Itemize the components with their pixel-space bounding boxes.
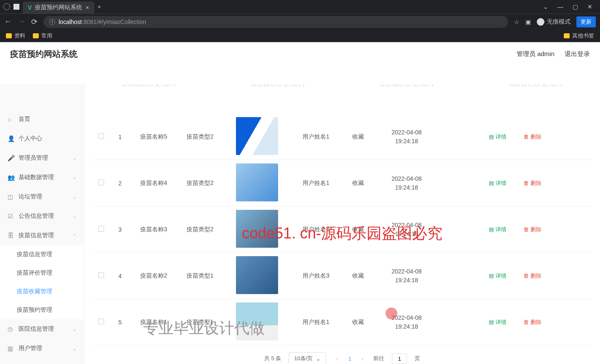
delete-button[interactable]: 🗑删除 [523,272,541,280]
vaccine-image[interactable] [236,163,278,201]
crop-icon: ◫ [8,193,14,200]
sidebar-subitem-1[interactable]: 疫苗评价管理 [0,264,84,282]
page-number[interactable]: 1 [348,356,351,362]
row-checkbox[interactable] [98,226,104,232]
sidebar-subitem-2[interactable]: 疫苗收藏管理 [0,282,84,301]
user-icon: 👤 [8,135,14,142]
logout-link[interactable]: 退出登录 [565,50,590,58]
sidebar-item-label: 医院信息管理 [19,325,54,333]
minimize-icon[interactable]: — [557,3,563,10]
back-button[interactable]: ← [4,17,12,26]
goto-page-input[interactable] [392,353,407,364]
detail-button[interactable]: ▤详情 [489,318,506,326]
vaccine-image[interactable] [236,256,278,294]
row-checkbox[interactable] [98,133,104,139]
forward-button[interactable]: → [18,17,25,26]
user-name: 用户姓名1 [291,130,341,144]
bookmark-item[interactable]: 常用 [33,32,52,40]
vaccine-image[interactable] [236,210,278,248]
close-tab-icon[interactable]: × [86,4,89,11]
sidebar-item-label: 公告信息管理 [19,212,54,220]
sidebar-item-1[interactable]: 👤个人中心 [0,129,84,148]
maximize-icon[interactable]: ▢ [573,3,578,10]
extension-icon[interactable]: ▣ [525,19,531,25]
chevron-up-icon: ⌃ [73,233,76,238]
trash-icon: 🗑 [523,273,529,279]
tab-title: 疫苗预约网站系统 [35,4,82,11]
update-button[interactable]: 更新 [576,16,596,27]
row-checkbox[interactable] [98,272,104,278]
delete-button[interactable]: 🗑删除 [523,179,541,187]
folder-icon [564,33,570,38]
trash-icon: 🗑 [523,226,529,233]
vaccine-type: 疫苗类型2 [177,130,223,144]
row-index: 4 [110,269,131,283]
bookmark-item[interactable]: 资料 [6,32,25,40]
doc-icon: ▤ [489,180,494,186]
prev-page-button[interactable]: ‹ [334,356,340,362]
folder-icon [6,33,12,38]
sidebar-item-6[interactable]: 🗄疫苗信息管理⌃ [0,226,84,245]
chevron-down-icon[interactable]: ⌄ [543,3,548,10]
detail-button[interactable]: ▤详情 [489,133,506,141]
sidebar-subitem-3[interactable]: 疫苗预约管理 [0,301,84,319]
vaccine-type: 疫苗类型2 [177,176,223,190]
bookmarks-bar: 资料 常用 其他书签 [0,29,600,42]
sidebar-item-5[interactable]: ☑公告信息管理⌄ [0,206,84,226]
close-window-icon[interactable]: ✕ [587,3,592,10]
check-icon: ☑ [8,213,14,219]
folder-icon [33,33,39,38]
star-icon[interactable]: ☆ [514,19,520,25]
url-host: localhost [59,19,82,25]
sidebar-item-0[interactable]: ⌂首页 [0,110,84,129]
row-checkbox[interactable] [98,179,104,185]
delete-button[interactable]: 🗑删除 [523,318,541,326]
next-page-button[interactable]: › [359,356,366,362]
sidebar-subitem-0[interactable]: 疫苗信息管理 [0,245,84,264]
delete-button[interactable]: 🗑删除 [523,133,541,141]
table-row: 1疫苗名称5疫苗类型2用户姓名1收藏2022-04-0819:24:18▤详情🗑… [93,114,592,160]
browser-chrome: V 疫苗预约网站系统 × + ⌄ — ▢ ✕ ← → ⟳ i localhost… [0,0,600,42]
table-row: 5疫苗名称1疫苗类型1用户姓名1收藏2022-04-0819:24:18▤详情🗑… [93,299,592,345]
timestamp: 2022-04-0819:24:18 [375,310,438,335]
pagination: 共 5 条 10条/页 ⌄ ‹ 1 › 前往 页 [93,345,592,364]
site-info-icon[interactable]: i [49,19,55,25]
chevron-down-icon: ⌄ [316,356,321,362]
vaccine-name: 疫苗名称2 [131,269,177,283]
sidebar-item-label: 管理员管理 [19,154,48,162]
status-label: 收藏 [341,176,375,190]
detail-button[interactable]: ▤详情 [489,179,506,187]
vaccine-image[interactable] [236,117,278,155]
sidebar-item-3[interactable]: 👥基础数据管理⌄ [0,168,84,187]
sidebar-item-4[interactable]: ◫论坛管理⌄ [0,187,84,206]
vaccine-image[interactable] [236,302,278,340]
status-label: 收藏 [341,130,375,144]
trash-icon: 🗑 [523,134,529,140]
detail-button[interactable]: ▤详情 [489,226,506,233]
sidebar-item-label: 基础数据管理 [19,174,54,181]
page-size-select[interactable]: 10条/页 ⌄ [289,352,326,364]
new-tab-button[interactable]: + [98,3,101,10]
url-bar[interactable]: i localhost:8081/#/yimiaoCollection [43,16,508,28]
delete-button[interactable]: 🗑删除 [523,226,541,233]
sidebar: ⌂首页👤个人中心🎤管理员管理⌄👥基础数据管理⌄◫论坛管理⌄☑公告信息管理⌄🗄疫苗… [0,84,84,364]
incognito-icon [537,18,544,26]
row-index: 1 [110,130,131,144]
bookmark-other[interactable]: 其他书签 [564,32,594,40]
row-checkbox[interactable] [98,318,104,324]
doc-icon: ▤ [489,319,494,325]
window-controls: ⌄ — ▢ ✕ [543,3,597,10]
clock-icon: ◷ [8,326,14,332]
detail-button[interactable]: ▤详情 [489,272,506,280]
reload-button[interactable]: ⟳ [31,17,38,27]
incognito-indicator: 无痕模式 [537,18,571,26]
sidebar-item-2[interactable]: 🎤管理员管理⌄ [0,148,84,168]
user-label[interactable]: 管理员 admin [517,50,554,58]
sidebar-item-label: 用户管理 [19,345,42,352]
sidebar-item-8[interactable]: ▥用户管理⌄ [0,339,84,358]
trash-icon: 🗑 [523,319,529,325]
browser-tab[interactable]: V 疫苗预约网站系统 × [23,2,94,13]
sidebar-item-7[interactable]: ◷医院信息管理⌄ [0,319,84,339]
trash-icon: 🗑 [523,180,529,186]
chevron-down-icon: ⌄ [73,195,76,199]
